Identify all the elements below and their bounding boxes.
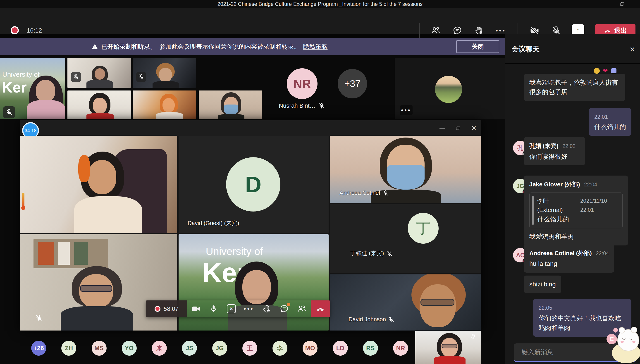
participant-body [87,113,114,119]
participant-body [61,306,133,330]
eyeglasses [80,285,112,292]
inner-participants-button[interactable] [293,300,311,317]
participant-bubble-7[interactable]: 王 [242,341,257,356]
participant-bubble-2[interactable]: MS [92,341,107,356]
inner-raise-hand-button[interactable] [258,300,275,317]
video-tile-participant-2[interactable] [133,58,196,88]
teams-meeting-window: 2021-22 Chinese Bridge Culture Exchange … [0,0,640,364]
participant-bubble-8[interactable]: 李 [272,341,287,356]
heart-reaction-icon: ❤ [603,68,608,74]
tile-more-button[interactable]: ••• [400,105,413,115]
chat-message[interactable]: Andreea Cotinel (外部) 22:04 hu la tang [524,244,614,272]
inner-minimize-button[interactable] [436,123,448,133]
books [74,242,88,265]
eyeglasses [420,299,454,306]
participant-face [159,68,172,82]
participant-bubble-1[interactable]: ZH [61,341,76,356]
reaction-icon [611,68,616,73]
participant-bubble-0[interactable]: +26 [31,341,46,356]
overflow-participants-bubble[interactable]: +37 [338,69,367,98]
participant-bubble-6[interactable]: JG [212,341,227,356]
privacy-policy-link[interactable]: 隐私策略 [303,42,328,51]
landscape-avatar [435,76,462,103]
participant-avatar-ding: 丁 [408,213,439,244]
sticker-ear [619,327,625,334]
participants-button[interactable] [430,25,441,36]
video-tile-participant-3[interactable] [68,90,131,119]
mic-muted-badge [3,106,15,118]
participant-face [93,98,107,114]
sticker-blush [620,341,624,343]
inner-window-titlebar[interactable] [20,120,481,136]
video-tile-painting-avatar[interactable]: ••• [395,58,505,119]
inner-chat-button[interactable] [275,300,293,317]
video-tile-presenter-kent[interactable]: University of Ker [0,58,65,119]
participant-avatar-nusrah[interactable]: NR [287,68,318,99]
warning-icon [92,43,98,50]
participant-bubble-12[interactable]: NR [393,341,408,356]
video-tile-participant-4[interactable] [133,90,196,119]
chat-message[interactable]: 我喜欢吃包子，伦敦的唐人街有很多的包子店 [524,74,625,101]
message-author[interactable]: Andreea Cotinel (外部) [529,248,592,258]
inner-tile-andreea[interactable]: Andreea Cotinel [330,136,481,203]
participant-body [87,80,113,88]
inner-meeting-timer: 58:07 [164,306,178,312]
temperature-indicator [22,193,25,208]
participant-bubble-3[interactable]: YO [122,341,137,356]
participant-bubble-10[interactable]: LD [333,341,348,356]
message-author[interactable]: 孔娟 (来宾) [529,141,558,151]
recording-timer-group: 58:07 [146,300,187,317]
video-tile-participant-1[interactable] [68,58,131,88]
temperature-indicator-bulb [21,206,25,210]
inner-hangup-button[interactable] [311,300,330,317]
window-restore-button[interactable] [618,1,626,8]
participant-face [163,98,175,112]
raise-hand-button[interactable] [473,25,485,36]
inner-tile-ding[interactable]: 丁 丁钰佳 (来宾) [330,204,481,273]
sticker-ear [631,327,637,333]
participant-name: David (Guest) (来宾) [188,220,239,227]
inner-tile-david-johnson[interactable]: David Johnson [330,274,481,330]
message-text: hu la tang [529,260,557,267]
participant-face-mask [387,165,425,190]
inner-more-button[interactable]: ••• [240,300,258,317]
chat-message-own[interactable]: 22:01 什么馅儿的 [589,108,631,136]
participant-face [36,80,55,101]
participant-bubble-4[interactable]: 来 [152,341,167,356]
participant-body [156,112,183,119]
recording-indicator-icon [11,26,19,34]
message-time: 22:05 [539,303,626,313]
participant-bubble-9[interactable]: MO [303,341,318,356]
participant-bubble-11[interactable]: RS [363,341,378,356]
chat-message[interactable]: shizi bing [524,276,561,293]
video-tile-participant-5[interactable] [199,90,262,119]
quoted-message[interactable]: 李叶 2021/11/10 (External) 22:01 什么馅儿的 [529,192,622,228]
sticker-c-bubble: C [606,334,617,344]
mic-muted-icon [388,316,394,322]
overflow-count: +37 [344,78,360,89]
kent-watermark-line2: Ker [2,79,27,96]
chat-close-button[interactable]: × [627,44,637,54]
inner-tile-david-guest[interactable]: D David (Guest) (来宾) [179,136,329,233]
sticker-blush [632,341,635,343]
sticker-dot [613,328,618,332]
banner-text: 参加此会议即表示你同意你说的内容被录制和转录。 [160,42,300,51]
inner-restore-button[interactable] [452,123,464,133]
shared-meeting-window: × 34:18 D David (Guest) (来宾) [20,120,481,330]
participant-bubble-5[interactable]: JS [182,341,197,356]
participants-bubble-row: +26ZHMSYO来JSJG王李MOLDRSNR [0,341,505,356]
participant-name-label: Nusrah Bint… [279,102,325,109]
message-reactions[interactable]: ❤ [594,68,616,74]
inner-mic-button[interactable] [205,300,222,317]
message-time: 22:04 [596,248,609,258]
inner-tile-presenter[interactable] [20,136,177,233]
banner-close-button[interactable]: 关闭 [456,40,499,53]
chat-message[interactable]: Jake Glover (外部) 22:04 李叶 2021/11/10 (Ex… [524,176,628,246]
participant-avatar-david: D [226,157,280,212]
message-author[interactable]: Jake Glover (外部) [529,180,580,189]
chat-message[interactable]: 孔娟 (来宾) 22:02 你们读得很好 [524,137,585,165]
inner-close-button[interactable]: × [467,123,480,133]
inner-stop-share-button[interactable]: × [222,300,240,317]
chat-button[interactable] [451,25,463,36]
inner-camera-button[interactable] [187,300,205,317]
